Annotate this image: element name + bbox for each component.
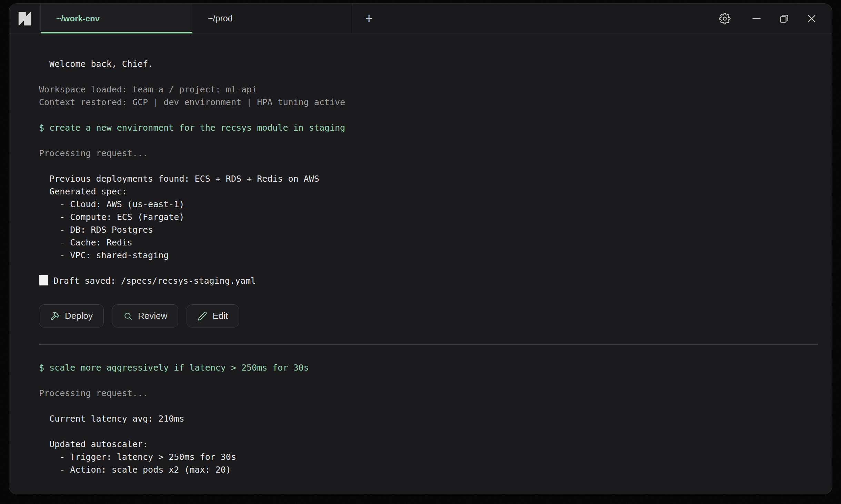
terminal-window: ~/work-env ~/prod + bbox=[9, 3, 832, 494]
edit-button[interactable]: Edit bbox=[187, 304, 239, 327]
command-prompt-1: $ create a new environment for the recsy… bbox=[39, 121, 818, 134]
minimize-icon bbox=[751, 13, 762, 24]
close-icon bbox=[806, 13, 818, 24]
window-controls bbox=[719, 4, 832, 33]
autoscaler-item-action: - Action: scale pods x2 (max: 20) bbox=[39, 463, 818, 476]
hammer-icon bbox=[50, 311, 60, 321]
spec-item-db: - DB: RDS Postgres bbox=[39, 223, 818, 236]
review-button-label: Review bbox=[138, 310, 167, 322]
gear-icon bbox=[719, 13, 731, 24]
new-tab-button[interactable]: + bbox=[352, 4, 386, 33]
action-buttons-row: Deploy Review Edit bbox=[39, 304, 818, 327]
command-prompt-2: $ scale more aggressively if latency > 2… bbox=[39, 361, 818, 374]
maximize-button[interactable] bbox=[778, 12, 790, 25]
welcome-line: Welcome back, Chief. bbox=[39, 58, 818, 70]
n-zigzag-logo-icon bbox=[17, 10, 33, 27]
active-tab-underline bbox=[41, 32, 192, 33]
autoscaler-item-trigger: - Trigger: latency > 250ms for 30s bbox=[39, 451, 818, 463]
deploy-button[interactable]: Deploy bbox=[39, 304, 104, 327]
pen-icon bbox=[198, 311, 207, 321]
generated-spec-title: Generated spec: bbox=[39, 185, 818, 198]
spec-item-cache: - Cache: Redis bbox=[39, 236, 818, 249]
block-cursor bbox=[39, 275, 48, 285]
processing-status-1: Processing request... bbox=[39, 147, 818, 160]
autoscaler-title: Updated autoscaler: bbox=[39, 438, 818, 451]
terminal-session-1: Welcome back, Chief. Workspace loaded: t… bbox=[9, 33, 832, 345]
review-button[interactable]: Review bbox=[112, 304, 178, 327]
spec-item-vpc: - VPC: shared-staging bbox=[39, 249, 818, 262]
workspace-line: Workspace loaded: team-a / project: ml-a… bbox=[39, 83, 818, 96]
tab-bar: ~/work-env ~/prod + bbox=[9, 4, 832, 33]
tab-work-env-label: ~/work-env bbox=[56, 14, 100, 23]
app-logo bbox=[9, 4, 41, 33]
edit-button-label: Edit bbox=[212, 310, 228, 322]
terminal-session-2: $ scale more aggressively if latency > 2… bbox=[9, 345, 832, 476]
tab-work-env[interactable]: ~/work-env bbox=[41, 4, 192, 33]
tab-bar-spacer bbox=[386, 4, 719, 33]
draft-saved-text: Draft saved: /specs/recsys-staging.yaml bbox=[53, 276, 256, 286]
context-line: Context restored: GCP | dev environment … bbox=[39, 96, 818, 109]
deploy-button-label: Deploy bbox=[65, 310, 93, 322]
processing-status-2: Processing request... bbox=[39, 387, 818, 400]
minimize-button[interactable] bbox=[750, 12, 763, 25]
spec-item-compute: - Compute: ECS (Fargate) bbox=[39, 211, 818, 223]
restore-icon bbox=[778, 13, 790, 24]
magnifier-icon bbox=[123, 311, 133, 321]
tab-prod-label: ~/prod bbox=[208, 13, 233, 23]
desktop-background: ~/work-env ~/prod + bbox=[0, 0, 841, 504]
deployments-found-line: Previous deployments found: ECS + RDS + … bbox=[39, 172, 818, 185]
close-button[interactable] bbox=[805, 12, 818, 25]
spec-item-cloud: - Cloud: AWS (us-east-1) bbox=[39, 198, 818, 211]
latency-line: Current latency avg: 210ms bbox=[39, 412, 818, 425]
draft-saved-line: Draft saved: /specs/recsys-staging.yaml bbox=[39, 274, 818, 287]
tab-prod[interactable]: ~/prod bbox=[192, 4, 352, 33]
settings-button[interactable] bbox=[719, 12, 731, 25]
plus-icon: + bbox=[365, 11, 373, 26]
